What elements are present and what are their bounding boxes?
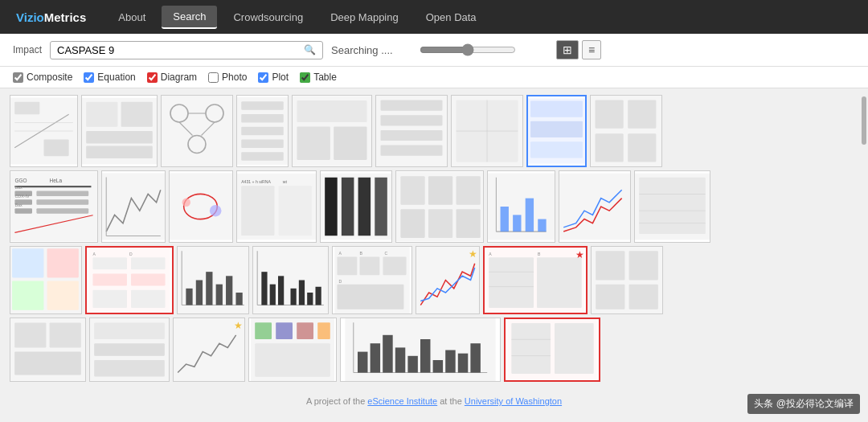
svg-rect-128 <box>307 293 313 305</box>
nav-open-data[interactable]: Open Data <box>415 6 488 28</box>
svg-rect-158 <box>94 343 165 355</box>
result-image-10[interactable]: GGOHeLaBaxCDX-IVBax <box>10 170 98 243</box>
equation-label: Equation <box>97 72 135 83</box>
result-image-24[interactable]: ★ <box>416 246 480 314</box>
result-image-6[interactable] <box>375 95 448 167</box>
result-image-16[interactable] <box>487 170 555 243</box>
footer: A project of the eScience Institute at t… <box>0 391 868 411</box>
footer-text-2: at the <box>440 396 465 406</box>
table-checkbox[interactable] <box>300 72 310 83</box>
result-image-22[interactable] <box>252 246 329 314</box>
svg-text:GGO: GGO <box>14 178 27 183</box>
svg-rect-135 <box>359 256 379 275</box>
nav-crowdsourcing[interactable]: Crowdsourcing <box>222 6 314 28</box>
result-image-14[interactable] <box>320 170 392 243</box>
result-image-32[interactable] <box>504 318 600 382</box>
result-image-29[interactable]: ★ <box>173 318 245 382</box>
svg-text:A431 + h siRNA: A431 + h siRNA <box>241 179 271 184</box>
svg-rect-107 <box>92 273 127 285</box>
result-image-2[interactable] <box>81 95 158 167</box>
nav-about[interactable]: About <box>107 6 157 28</box>
result-image-9[interactable] <box>590 95 662 167</box>
photo-checkbox[interactable] <box>208 72 219 83</box>
plot-checkbox[interactable] <box>258 72 268 83</box>
result-image-4[interactable] <box>236 95 289 167</box>
result-image-19[interactable] <box>10 246 82 314</box>
composite-checkbox[interactable] <box>13 72 23 83</box>
photo-label: Photo <box>222 72 247 83</box>
result-image-3[interactable] <box>161 95 233 167</box>
diagram-checkbox[interactable] <box>147 72 158 83</box>
filter-row: Composite Equation Diagram Photo Plot Ta… <box>0 67 868 88</box>
svg-text:HeLa: HeLa <box>50 178 63 183</box>
result-image-13[interactable]: A431 + h siRNAwt <box>236 170 317 243</box>
result-image-30[interactable] <box>248 318 337 382</box>
search-input[interactable] <box>57 44 304 56</box>
svg-rect-119 <box>235 293 242 305</box>
svg-rect-39 <box>530 121 583 137</box>
filter-diagram[interactable]: Diagram <box>147 72 197 83</box>
list-view-button[interactable]: ≡ <box>582 40 601 59</box>
scrollbar[interactable] <box>862 96 866 145</box>
svg-rect-159 <box>94 360 165 377</box>
svg-rect-116 <box>206 272 212 305</box>
results-area: GGOHeLaBaxCDX-IVBax A431 + h siRNAwt <box>0 88 868 391</box>
result-image-15[interactable] <box>395 170 484 243</box>
filter-equation[interactable]: Equation <box>84 72 135 83</box>
svg-rect-8 <box>121 102 153 127</box>
svg-rect-32 <box>381 145 443 156</box>
result-image-8[interactable] <box>526 95 587 167</box>
svg-rect-5 <box>44 139 69 156</box>
svg-rect-171 <box>371 343 380 372</box>
svg-rect-83 <box>457 209 481 238</box>
svg-rect-143 <box>489 257 534 308</box>
svg-rect-30 <box>381 115 443 125</box>
nav-deep-mapping[interactable]: Deep Mapping <box>319 6 410 28</box>
filter-plot[interactable]: Plot <box>258 72 289 83</box>
result-image-26[interactable] <box>591 246 663 314</box>
footer-link-uw[interactable]: University of Washington <box>465 396 562 406</box>
result-image-1[interactable] <box>10 95 78 167</box>
svg-rect-154 <box>50 322 81 347</box>
result-image-12[interactable] <box>169 170 233 243</box>
svg-rect-178 <box>458 354 468 373</box>
result-image-11[interactable] <box>101 170 166 243</box>
filter-composite[interactable]: Composite <box>13 72 72 83</box>
svg-rect-179 <box>470 343 480 372</box>
svg-rect-52 <box>14 208 32 213</box>
composite-label: Composite <box>27 72 72 83</box>
filter-table[interactable]: Table <box>300 72 337 83</box>
equation-checkbox[interactable] <box>84 72 94 83</box>
result-image-17[interactable] <box>559 170 631 243</box>
svg-rect-127 <box>299 281 305 305</box>
svg-rect-88 <box>513 215 521 231</box>
filter-photo[interactable]: Photo <box>208 72 247 83</box>
result-image-18[interactable] <box>634 170 710 243</box>
result-image-27[interactable] <box>10 318 86 382</box>
result-image-31[interactable] <box>340 318 501 382</box>
image-row-2: GGOHeLaBaxCDX-IVBax A431 + h siRNAwt <box>10 170 858 243</box>
result-image-23[interactable]: ABCD <box>332 246 412 314</box>
search-submit-icon[interactable]: 🔍 <box>304 44 316 55</box>
svg-text:C: C <box>385 251 388 256</box>
result-image-20[interactable]: AD <box>85 246 174 314</box>
svg-rect-175 <box>420 339 430 373</box>
svg-rect-87 <box>501 207 509 231</box>
svg-text:D: D <box>129 252 133 256</box>
result-image-5[interactable] <box>292 95 372 167</box>
footer-link-escience[interactable]: eScience Institute <box>367 396 437 406</box>
nav-search[interactable]: Search <box>162 6 217 29</box>
relevance-slider[interactable] <box>420 43 516 56</box>
svg-rect-99 <box>47 248 79 277</box>
result-image-28[interactable] <box>89 318 170 382</box>
svg-rect-45 <box>628 133 656 162</box>
svg-rect-98 <box>12 248 43 277</box>
svg-rect-174 <box>407 356 417 373</box>
search-bar: Impact 🔍 Searching .... ⊞ ≡ <box>0 34 868 67</box>
result-image-7[interactable] <box>451 95 523 167</box>
svg-rect-151 <box>629 285 658 309</box>
result-image-21[interactable] <box>177 246 249 314</box>
result-image-25[interactable]: AB ★ <box>483 246 588 314</box>
grid-view-button[interactable]: ⊞ <box>556 40 579 59</box>
svg-rect-9 <box>86 131 153 144</box>
